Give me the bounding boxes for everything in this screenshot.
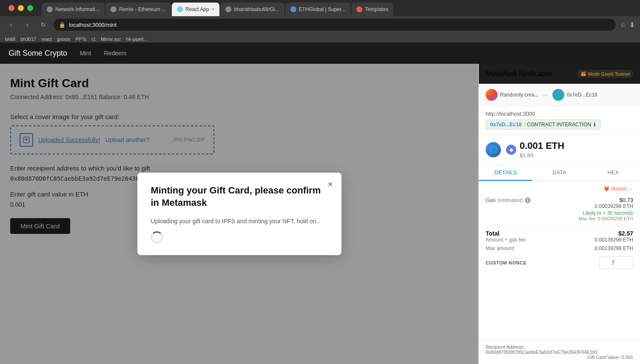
tab-remix[interactable]: Remix - Ethereum ...	[105, 3, 171, 16]
lock-icon: 🔒	[59, 22, 65, 28]
mm-title: MetaMask Notification	[486, 70, 552, 78]
nav-mint[interactable]: Mint	[80, 50, 91, 57]
mm-usd-amount: $1.85	[520, 152, 564, 159]
tab-bar: Network Informati... Remix - Ethereum ..…	[38, 0, 637, 16]
reload-button[interactable]: ↻	[37, 19, 49, 31]
mm-tab-hex[interactable]: HEX	[586, 165, 640, 180]
modal-title: Minting your Gift Card, please confirm i…	[151, 185, 328, 209]
star-icon[interactable]: ☆	[620, 21, 626, 29]
tab-close-icon[interactable]: ×	[211, 6, 214, 12]
download-icon[interactable]: ⬇	[629, 21, 635, 29]
main-area: Mint Gift Card Connected Address: 0x80..…	[0, 64, 640, 364]
mm-gas-likely: Likely in < 30 seconds	[579, 210, 633, 216]
bookmark-r1[interactable]: r1	[91, 37, 96, 42]
mm-contract-label: : CONTRACT INTERACTION	[524, 122, 591, 128]
mm-contract-addr: 0x7eD...Ec18	[490, 122, 521, 128]
mm-total-usd: $2.57	[594, 230, 633, 237]
mm-gas-values: $0.73 0.00039298 ETH Likely in < 30 seco…	[579, 197, 633, 221]
tab-label: Remix - Ethereum ...	[119, 6, 166, 12]
mm-tabs: DETAILS DATA HEX	[479, 165, 640, 181]
mm-contract-badge: 0x7eD...Ec18 : CONTRACT INTERACTION ℹ	[486, 119, 600, 130]
forward-button[interactable]: ›	[21, 19, 33, 31]
modal-overlay: × Minting your Gift Card, please confirm…	[0, 64, 478, 364]
tab-network[interactable]: Network Informati...	[42, 3, 105, 16]
modal-close-button[interactable]: ×	[328, 179, 333, 189]
mm-divider	[486, 225, 633, 226]
metamask-panel: MetaMask Notification 🦊 Mode Goerli Test…	[478, 64, 640, 364]
mm-gift-card-value: Gift Card Value: 0.001	[486, 355, 633, 360]
mm-amount-section: 🌐 ◆ 0.001 ETH $1.85	[479, 134, 640, 165]
mm-maxamount-label-text: Max amount:	[486, 245, 515, 251]
mm-maxamount-val: 0.00139298 ETH	[594, 245, 633, 251]
info-icon[interactable]: ℹ	[594, 122, 596, 128]
mm-arrow-icon: →	[542, 91, 549, 99]
mm-market-link[interactable]: 🦊 Market →	[486, 186, 633, 192]
bookmark-bh3017[interactable]: bh3017	[20, 37, 36, 42]
mm-amount-gas-label: Amount + gas fee	[486, 237, 526, 243]
bookmark-ppts[interactable]: PPTs	[75, 37, 86, 42]
modal-body: Uploading your gift card to IPFS and min…	[151, 218, 328, 225]
mm-eth-icon: ◆	[506, 145, 516, 155]
mm-from-account[interactable]: Randomly crea...	[486, 89, 539, 101]
url-text: localhost:3000/mint	[69, 22, 117, 28]
mm-recipient-info: Recipient Address: 0x80d870D0fC85CaebbE3…	[486, 344, 633, 355]
tab-react[interactable]: React App ×	[172, 3, 219, 16]
mm-gas-row: Gas (estimated) ℹ $0.73 0.00039298 ETH L…	[486, 197, 633, 221]
tab-label: Templates	[365, 6, 388, 12]
mm-from-label: Randomly crea...	[500, 92, 539, 98]
mm-gas-label: Gas (estimated) ℹ	[486, 197, 531, 203]
tab-templates[interactable]: Templates	[351, 3, 393, 16]
mm-total-label: Total	[486, 230, 526, 237]
mm-site-url: http://localhost:3000	[486, 111, 633, 117]
mm-to-avatar	[552, 89, 564, 101]
mm-from-avatar	[486, 89, 498, 101]
minimize-window-btn[interactable]	[18, 5, 24, 11]
bookmark-mirror[interactable]: Mirror.xyz	[101, 37, 121, 42]
maximize-window-btn[interactable]	[27, 5, 33, 11]
mm-nonce-label: CUSTOM NONCE	[486, 260, 526, 265]
mm-gas-maxfee: Max fee: 0.00039298 ETH	[579, 216, 633, 221]
tab-label: React App	[185, 6, 209, 12]
bookmark-gnosis[interactable]: gnosis	[57, 37, 71, 42]
browser-chrome: Network Informati... Remix - Ethereum ..…	[0, 0, 640, 43]
close-window-btn[interactable]	[9, 5, 14, 11]
mm-tab-data[interactable]: DATA	[532, 165, 586, 180]
tab-label: bharathbabu68/Gi...	[234, 6, 279, 12]
app-header: Gift Some Crypto Mint Redeem	[0, 43, 640, 64]
mm-mode-badge: 🦊 Mode Goerli Testnet	[577, 70, 633, 78]
url-bar-row: ‹ › ↻ 🔒 localhost:3000/mint ☆ ⬇	[0, 16, 640, 33]
mm-gas-info-icon[interactable]: ℹ	[525, 197, 531, 203]
mm-nonce-input[interactable]	[599, 256, 633, 269]
mm-header: MetaMask Notification 🦊 Mode Goerli Test…	[479, 64, 640, 84]
tab-icon	[356, 6, 362, 12]
bookmark-bh68[interactable]: bh68	[5, 37, 15, 42]
tab-ethglobal[interactable]: ETHGlobal | Super...	[285, 3, 351, 16]
mm-eth-amount: 0.001 ETH	[520, 140, 564, 151]
mm-accounts: Randomly crea... → 0x7eD...Ec18	[479, 84, 640, 106]
mm-nonce-row: CUSTOM NONCE	[486, 256, 633, 269]
mm-globe-icon: 🌐	[486, 142, 501, 157]
mm-details: 🦊 Market → Gas (estimated) ℹ $0.73 0.000…	[479, 181, 640, 340]
loading-spinner	[151, 231, 163, 243]
mm-to-account[interactable]: 0x7eD...Ec18	[552, 89, 597, 101]
mm-total-left: Total Amount + gas fee	[486, 230, 526, 243]
mm-fox-icon: 🦊	[580, 71, 586, 77]
tab-icon	[47, 6, 53, 12]
tab-icon	[290, 6, 296, 12]
mm-maxfee-val: 0.00039298 ETH	[598, 216, 633, 221]
url-bar[interactable]: 🔒 localhost:3000/mint	[54, 19, 616, 31]
nav-redeem[interactable]: Redeem	[104, 50, 127, 57]
back-button[interactable]: ‹	[5, 19, 17, 31]
mm-to-label: 0x7eD...Ec18	[567, 92, 597, 98]
tab-icon	[111, 6, 117, 12]
tab-github[interactable]: bharathbabu68/Gi...	[220, 3, 284, 16]
bookmark-react[interactable]: react	[41, 37, 51, 42]
bookmark-hk[interactable]: hk-pipeli...	[126, 37, 148, 42]
window-controls	[3, 2, 38, 14]
tab-icon	[177, 6, 183, 12]
mm-tab-details[interactable]: DETAILS	[479, 165, 532, 181]
mm-mode-text: Mode Goerli Testnet	[588, 71, 630, 77]
mm-total-right: $2.57 0.00139298 ETH	[594, 230, 633, 243]
tab-icon	[225, 6, 231, 12]
mm-maxfee-label: Max fee:	[579, 216, 597, 221]
